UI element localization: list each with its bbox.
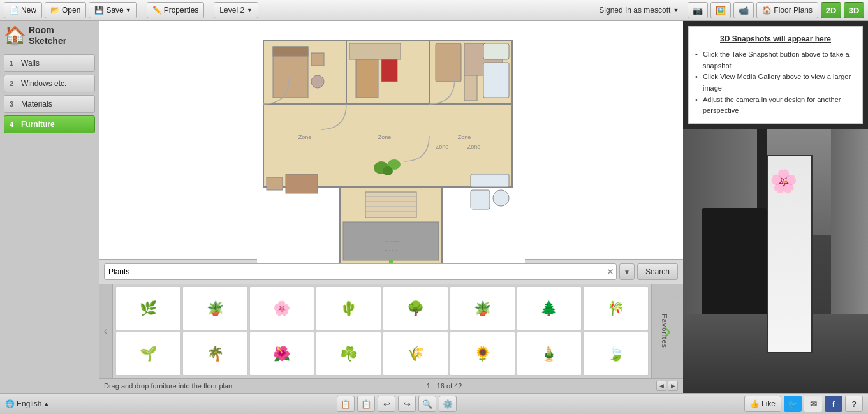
furniture-item[interactable]: 🌻 <box>450 332 515 376</box>
open-button[interactable]: 📂 Open <box>45 2 86 18</box>
svg-point-24 <box>383 166 393 175</box>
properties-icon: ✏️ <box>152 6 162 15</box>
favorites-label: Favorites <box>661 314 668 348</box>
signed-in-indicator: Signed In as mescott ▼ <box>599 6 679 15</box>
furniture-nav-right[interactable]: › Favorites ☆ <box>651 284 683 378</box>
more-tools-button[interactable]: ⚙️ <box>439 396 457 412</box>
sidebar-item-materials[interactable]: 3 Materials <box>4 95 95 113</box>
3d-view-button[interactable]: 3D <box>844 2 864 18</box>
furniture-item[interactable]: 🪴 <box>182 286 248 330</box>
furniture-item[interactable]: 🌱 <box>115 332 181 376</box>
redo-button[interactable]: ↪ <box>398 396 416 412</box>
center-area: Zone Zone Zone Zone Zone Zone <box>99 21 683 393</box>
svg-rect-21 <box>381 59 397 82</box>
furniture-item[interactable]: 🎍 <box>517 332 582 376</box>
sidebar-item-windows[interactable]: 2 Windows etc. <box>4 75 95 92</box>
sidebar-item-walls[interactable]: 1 Walls <box>4 54 95 72</box>
main-layout: 🏠 Room Sketcher 1 Walls 2 Windows etc. 3… <box>0 21 868 393</box>
email-button[interactable]: ✉ <box>804 396 822 412</box>
svg-text:Zone: Zone <box>298 134 312 140</box>
new-icon: 📄 <box>10 6 19 15</box>
thumbs-up-icon: 👍 <box>750 399 760 408</box>
svg-rect-27 <box>267 177 283 190</box>
search-input[interactable] <box>104 263 617 280</box>
help-button[interactable]: ? <box>845 396 863 412</box>
svg-text:···· ····: ···· ···· <box>385 248 397 253</box>
furniture-content: ‹ 🌿 🪴 🌸 🌵 🌳 🪴 🌲 🎋 🌱 🌴 🌺 ☘️ 🌾 🌻 <box>99 284 683 378</box>
separator-1 <box>142 3 142 17</box>
lang-dropdown-icon: ▲ <box>43 401 49 407</box>
furniture-item[interactable]: ☘️ <box>316 332 381 376</box>
furniture-item[interactable]: 🎋 <box>583 286 649 330</box>
prev-page-button[interactable]: ◀ <box>656 381 666 391</box>
svg-rect-25 <box>483 43 509 59</box>
search-clear-button[interactable]: ✕ <box>607 267 614 277</box>
zoom-button[interactable]: 🔍 <box>418 396 436 412</box>
right-panel: 3D Snapshots will appear here Click the … <box>683 21 868 393</box>
svg-text:Zone: Zone <box>467 144 481 150</box>
2d-view-button[interactable]: 2D <box>821 2 841 18</box>
floor-plans-button[interactable]: 🏠 Floor Plans <box>756 2 818 18</box>
paste-button[interactable]: 📋 <box>357 396 375 412</box>
undo-button[interactable]: ↩ <box>378 396 395 412</box>
svg-rect-19 <box>349 43 401 59</box>
svg-text:··· ·····: ··· ····· <box>385 230 397 236</box>
top-toolbar: 📄 New 📂 Open 💾 Save ▼ ✏️ Properties Leve… <box>0 0 868 21</box>
language-selector[interactable]: 🌐 English ▲ <box>5 399 49 408</box>
logo-text: Room Sketcher <box>29 25 66 47</box>
svg-rect-20 <box>356 59 378 98</box>
svg-text:···· ··· ···: ···· ··· ··· <box>383 239 400 244</box>
save-icon: 💾 <box>94 6 104 15</box>
save-dropdown-icon: ▼ <box>126 7 131 13</box>
furniture-item[interactable]: 🍃 <box>583 332 649 376</box>
furniture-item[interactable]: 🌿 <box>115 286 181 330</box>
search-dropdown-button[interactable]: ▼ <box>619 263 635 280</box>
furniture-item[interactable]: 🌳 <box>383 286 448 330</box>
furniture-nav-left[interactable]: ‹ <box>99 284 113 378</box>
level-selector[interactable]: Level 2 ▼ <box>214 2 258 18</box>
video-button[interactable]: 📹 <box>733 2 754 18</box>
favorites-star-button[interactable]: ☆ <box>666 288 682 307</box>
like-button[interactable]: 👍 Like <box>744 396 781 412</box>
logo-icon: 🏠 <box>4 25 26 46</box>
save-button[interactable]: 💾 Save ▼ <box>89 2 136 18</box>
furniture-item[interactable]: 🌴 <box>182 332 248 376</box>
svg-rect-28 <box>286 174 318 193</box>
preview-furniture <box>702 208 767 314</box>
svg-rect-13 <box>273 47 308 56</box>
logo-area: 🏠 Room Sketcher <box>4 25 95 47</box>
svg-text:Zone: Zone <box>436 144 449 150</box>
furniture-item[interactable]: 🪴 <box>450 286 515 330</box>
sidebar-item-furniture[interactable]: 4 Furniture <box>4 115 95 133</box>
properties-button[interactable]: ✏️ Properties <box>147 2 205 18</box>
room-preview: 🌿 🌸 <box>683 129 868 393</box>
next-page-button[interactable]: ▶ <box>668 381 678 391</box>
search-button[interactable]: Search <box>637 263 678 280</box>
svg-rect-30 <box>471 190 490 209</box>
left-sidebar: 🏠 Room Sketcher 1 Walls 2 Windows etc. 3… <box>0 21 99 393</box>
gallery-button[interactable]: 🖼️ <box>710 2 731 18</box>
furniture-item[interactable]: 🌺 <box>249 332 315 376</box>
camera-button[interactable]: 📷 <box>688 2 708 18</box>
furniture-panel: ✕ ▼ Search ‹ 🌿 🪴 🌸 🌵 🌳 🪴 🌲 🎋 <box>99 259 683 393</box>
svg-point-15 <box>311 75 324 88</box>
flag-icon: 🌐 <box>5 399 15 408</box>
furniture-status: Drag and drop furniture into the floor p… <box>99 378 683 393</box>
furniture-search-bar: ✕ ▼ Search <box>99 260 683 284</box>
level-dropdown-icon: ▼ <box>247 7 253 13</box>
floor-plan-canvas[interactable]: Zone Zone Zone Zone Zone Zone <box>99 21 683 259</box>
svg-text:Zone: Zone <box>378 134 392 140</box>
facebook-button[interactable]: f <box>825 396 842 412</box>
furniture-item[interactable]: 🌲 <box>517 286 582 330</box>
twitter-button[interactable]: 🐦 <box>784 396 802 412</box>
separator-2 <box>209 3 209 17</box>
furniture-item[interactable]: 🌵 <box>316 286 381 330</box>
new-button[interactable]: 📄 New <box>4 2 42 18</box>
search-input-wrapper: ✕ <box>104 263 617 280</box>
snapshot-info: 3D Snapshots will appear here Click the … <box>688 26 863 124</box>
svg-rect-18 <box>464 75 477 101</box>
svg-rect-29 <box>471 174 509 187</box>
furniture-item[interactable]: 🌾 <box>383 332 448 376</box>
furniture-item[interactable]: 🌸 <box>249 286 315 330</box>
copy-button[interactable]: 📋 <box>337 396 355 412</box>
